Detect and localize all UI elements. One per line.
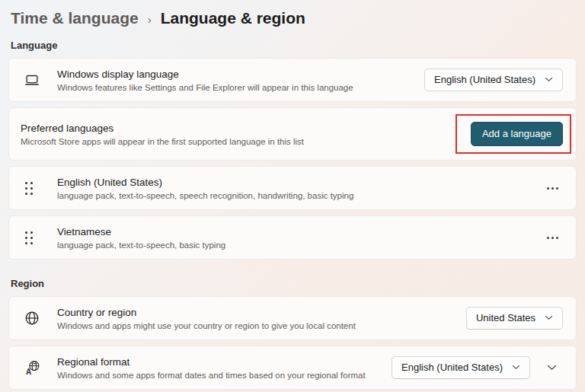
windows-display-language-row: Windows display language Windows feature… — [8, 58, 577, 102]
ellipsis-menu-icon[interactable] — [542, 231, 563, 245]
page-title: Language & region — [161, 9, 305, 27]
language-item-row: English (United States) language pack, t… — [8, 166, 577, 210]
dropdown-value: United States — [476, 312, 535, 323]
setting-description: Windows and apps might use your country … — [57, 321, 466, 330]
language-item-description: language pack, text-to-speech, speech re… — [57, 191, 542, 200]
setting-title: Windows display language — [57, 69, 424, 80]
globe-icon — [21, 310, 57, 327]
language-section-label: Language — [11, 40, 574, 51]
country-dropdown[interactable]: United States — [466, 307, 563, 330]
setting-title: Country or region — [57, 307, 466, 318]
display-language-dropdown[interactable]: English (United States) — [424, 69, 563, 91]
setting-title: Regional format — [57, 356, 392, 368]
drag-handle-dots-icon[interactable] — [24, 230, 34, 246]
drag-handle-dots-icon[interactable] — [24, 180, 34, 196]
ellipsis-menu-icon[interactable] — [542, 181, 563, 196]
region-section-label: Region — [11, 278, 574, 289]
setting-description: Windows and some apps format dates and t… — [57, 371, 392, 380]
svg-text:A: A — [26, 368, 31, 376]
setting-description: Windows features like Settings and File … — [57, 83, 424, 92]
regional-format-dropdown[interactable]: English (United States) — [392, 356, 530, 379]
expand-row-chevron-icon[interactable] — [541, 359, 563, 377]
country-or-region-row: Country or region Windows and apps might… — [8, 296, 577, 340]
red-highlight-annotation: Add a language — [456, 114, 571, 154]
language-item-description: language pack, text-to-speech, basic typ… — [57, 241, 542, 250]
breadcrumb-parent[interactable]: Time & language — [11, 9, 139, 27]
breadcrumb-separator-icon: › — [148, 11, 152, 26]
chevron-down-icon — [545, 315, 553, 320]
dropdown-value: English (United States) — [401, 362, 503, 373]
language-item-title: Vietnamese — [57, 226, 542, 237]
chevron-down-icon — [512, 365, 520, 370]
add-a-language-button[interactable]: Add a language — [471, 122, 563, 146]
settings-page: Time & language › Language & region Lang… — [0, 0, 585, 390]
language-item-title: English (United States) — [57, 177, 542, 188]
language-item-row: Vietnamese language pack, text-to-speech… — [8, 215, 577, 260]
breadcrumb: Time & language › Language & region — [11, 9, 574, 27]
laptop-display-icon — [21, 72, 57, 88]
setting-description: Microsoft Store apps will appear in the … — [21, 137, 456, 146]
regional-format-row: A Regional format Windows and some apps … — [8, 346, 577, 390]
translate-globe-icon: A — [21, 359, 57, 377]
preferred-languages-row: Preferred languages Microsoft Store apps… — [8, 107, 577, 161]
dropdown-value: English (United States) — [434, 74, 535, 85]
chevron-down-icon — [545, 77, 553, 82]
setting-title: Preferred languages — [21, 123, 456, 134]
